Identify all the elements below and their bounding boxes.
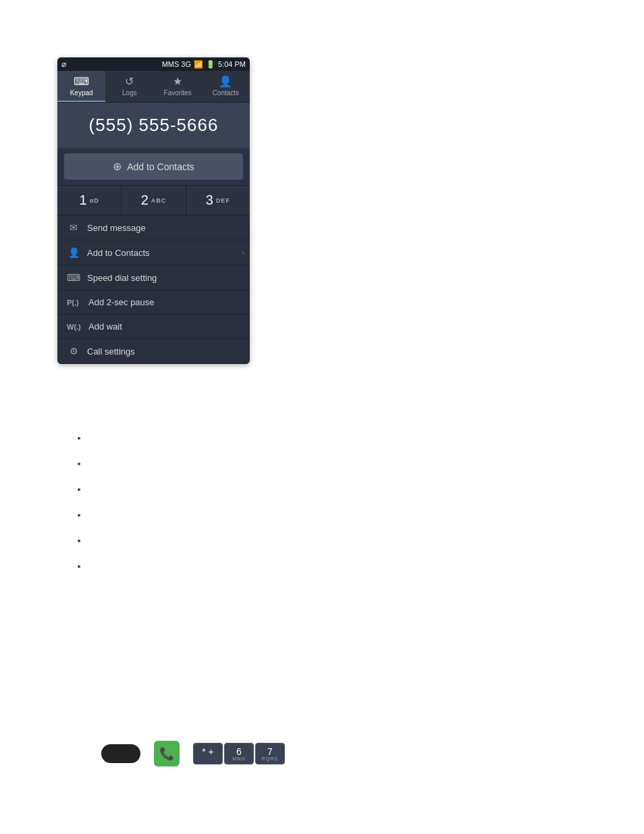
menu-call-settings[interactable]: ⚙ Call settings — [57, 339, 250, 364]
key-2-letters: ABC — [151, 197, 167, 204]
add-contacts-menu-label: Add to Contacts — [87, 248, 150, 258]
bullet-5 — [88, 535, 90, 546]
dropdown-menu: ✉ Send message 👤 Add to Contacts › ⌨ Spe… — [57, 215, 250, 364]
small-keypad: * + 6 MNO 7 PQRS — [193, 743, 285, 764]
add-to-contacts-button[interactable]: ⊕ Add to Contacts — [64, 153, 243, 180]
send-message-label: Send message — [87, 223, 146, 233]
status-bar-right: MMS 3G 📶 🔋 5:04 PM — [162, 60, 246, 69]
key-2[interactable]: 2 ABC — [122, 186, 186, 215]
small-key-7-main: 7 — [267, 747, 273, 756]
time-text: 5:04 PM — [218, 60, 246, 68]
add-wait-label: Add wait — [88, 321, 122, 332]
menu-add-pause[interactable]: P(.) Add 2-sec pause — [57, 290, 250, 315]
tab-contacts[interactable]: 👤 Contacts — [202, 71, 250, 102]
speed-dial-icon: ⌨ — [67, 272, 80, 283]
tab-logs[interactable]: ↺ Logs — [105, 71, 153, 102]
small-key-7-sub: PQRS — [262, 756, 278, 761]
bullet-2 — [88, 458, 90, 469]
dark-btn-label — [119, 748, 122, 760]
favorites-tab-icon: ★ — [173, 75, 182, 88]
call-button-green[interactable]: 📞 — [154, 741, 180, 766]
small-key-6-main: 6 — [236, 747, 242, 756]
tab-keypad-label: Keypad — [70, 89, 93, 97]
small-key-7[interactable]: 7 PQRS — [255, 743, 285, 764]
tab-favorites[interactable]: ★ Favorites — [154, 71, 202, 102]
speed-dial-label: Speed dial setting — [87, 273, 157, 283]
status-bar: ⌀ MMS 3G 📶 🔋 5:04 PM — [57, 57, 250, 71]
add-wait-prefix: W(.) — [67, 323, 82, 331]
signal-icon: 📶 — [194, 60, 203, 69]
status-bar-left: ⌀ — [61, 59, 66, 69]
small-key-6[interactable]: 6 MNO — [224, 743, 254, 764]
call-settings-icon: ⚙ — [67, 346, 80, 357]
key-3[interactable]: 3 DEF — [186, 186, 250, 215]
contacts-tab-icon: 👤 — [219, 75, 232, 88]
key-3-letters: DEF — [216, 197, 230, 204]
phone-frame: ⌀ MMS 3G 📶 🔋 5:04 PM ⌨ Keypad ↺ Logs ★ F… — [57, 57, 250, 364]
small-key-star[interactable]: * + — [193, 743, 223, 764]
add-pause-label: Add 2-sec pause — [88, 297, 155, 307]
bullet-list — [88, 432, 90, 586]
send-message-icon: ✉ — [67, 222, 80, 233]
keypad-tab-icon: ⌨ — [74, 75, 89, 88]
key-1-number: 1 — [80, 192, 87, 208]
menu-add-wait[interactable]: W(.) Add wait — [57, 315, 250, 339]
menu-send-message[interactable]: ✉ Send message — [57, 215, 250, 240]
small-key-star-sub — [207, 756, 209, 761]
add-contacts-menu-icon: 👤 — [67, 247, 80, 258]
add-contacts-label: Add to Contacts — [127, 161, 194, 172]
bottom-section: 📞 * + 6 MNO 7 PQRS — [101, 741, 285, 766]
usb-icon: ⌀ — [61, 59, 66, 69]
key-1[interactable]: 1 αD — [57, 186, 122, 215]
keypad-row: 1 αD 2 ABC 3 DEF — [57, 185, 250, 215]
key-3-number: 3 — [206, 192, 213, 208]
menu-add-contacts[interactable]: 👤 Add to Contacts › — [57, 240, 250, 265]
add-contacts-arrow: › — [242, 248, 244, 257]
logs-tab-icon: ↺ — [125, 75, 134, 88]
key-2-number: 2 — [141, 192, 149, 208]
phone-number-display: (555) 555-5666 — [57, 103, 250, 148]
call-settings-label: Call settings — [87, 346, 135, 357]
small-key-star-main: * + — [202, 747, 214, 756]
tab-contacts-label: Contacts — [213, 89, 239, 97]
tab-keypad[interactable]: ⌨ Keypad — [57, 71, 105, 102]
bullet-4 — [88, 509, 90, 520]
add-pause-prefix: P(.) — [67, 298, 82, 307]
bullet-1 — [88, 432, 90, 443]
call-button-dark[interactable] — [101, 744, 140, 763]
small-key-6-sub: MNO — [232, 756, 245, 761]
key-1-letters: αD — [90, 197, 99, 204]
bullet-3 — [88, 484, 90, 494]
phone-number-text: (555) 555-5666 — [89, 115, 219, 135]
bullet-6 — [88, 561, 90, 571]
tab-bar: ⌨ Keypad ↺ Logs ★ Favorites 👤 Contacts — [57, 71, 250, 103]
phone-call-icon: 📞 — [159, 746, 174, 761]
tab-logs-label: Logs — [122, 89, 137, 97]
tab-favorites-label: Favorites — [164, 89, 192, 97]
add-contacts-icon: ⊕ — [113, 160, 122, 173]
battery-icon: 🔋 — [206, 60, 215, 69]
menu-speed-dial[interactable]: ⌨ Speed dial setting — [57, 265, 250, 290]
carrier-text: MMS 3G — [162, 60, 191, 68]
